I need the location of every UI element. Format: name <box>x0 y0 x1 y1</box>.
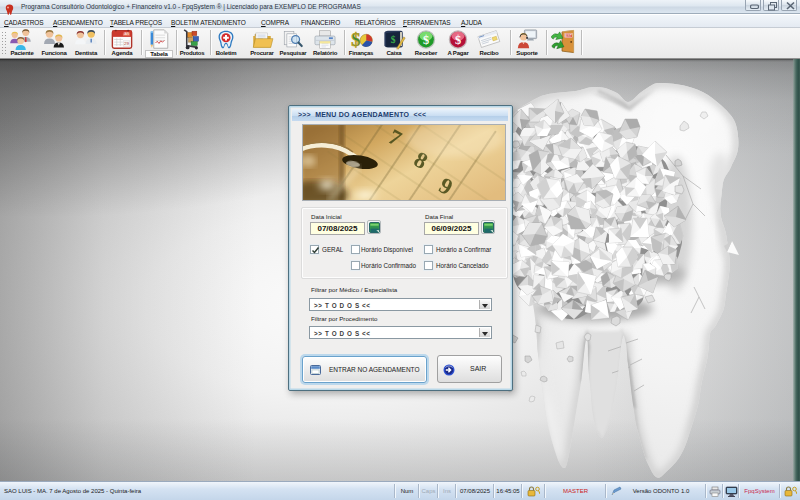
svg-text:JAN: JAN <box>124 32 129 36</box>
svg-text:$: $ <box>423 33 429 47</box>
svg-text:$: $ <box>391 34 396 45</box>
svg-text:EXIT: EXIT <box>565 34 572 38</box>
svg-text:$: $ <box>455 33 461 47</box>
svg-text:29: 29 <box>124 41 129 46</box>
svg-text:$: $ <box>351 30 360 50</box>
